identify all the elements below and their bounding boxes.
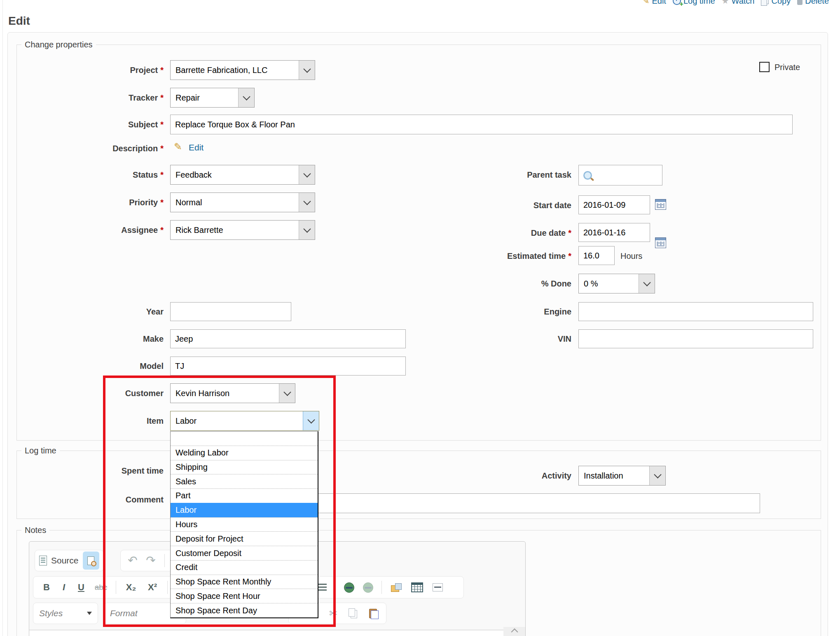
project-label: Project*	[0, 64, 164, 76]
chevron-down-icon	[299, 165, 315, 184]
project-select[interactable]: Barrette Fabrication, LLC	[170, 60, 315, 80]
toolbar-collapse-button[interactable]	[503, 627, 525, 636]
undo-button[interactable]: ↶	[125, 555, 140, 566]
private-checkbox[interactable]	[759, 62, 770, 72]
item-dropdown-option[interactable]	[171, 432, 318, 446]
spent-time-label: Spent time	[0, 465, 164, 476]
clipboard-icon	[369, 609, 377, 618]
contextual-link-label: Copy	[771, 0, 791, 6]
start-date-input[interactable]: 2016-01-09	[578, 195, 650, 214]
make-label: Make	[0, 333, 164, 345]
image-button[interactable]	[387, 583, 406, 592]
contextual-toolbar: ✎EditLog time★WatchCopyDelete	[643, 0, 829, 7]
chevron-down-icon	[299, 61, 315, 80]
chevron-down-icon	[303, 411, 319, 430]
project-select-value: Barrette Fabrication, LLC	[171, 61, 299, 80]
activity-label: Activity	[371, 470, 571, 481]
redo-button[interactable]: ↷	[143, 555, 159, 566]
activity-select[interactable]: Installation	[578, 466, 666, 486]
log-time-link[interactable]: Log time	[673, 0, 715, 6]
vin-input[interactable]	[578, 329, 813, 348]
comment-label: Comment	[0, 494, 164, 505]
item-dropdown-option[interactable]: Welding Labor	[171, 446, 318, 460]
status-select[interactable]: Feedback	[170, 165, 315, 185]
engine-input[interactable]	[578, 302, 813, 321]
paste-button[interactable]	[365, 609, 381, 618]
copy-link[interactable]: Copy	[761, 0, 791, 6]
trash-icon	[797, 0, 803, 5]
pencil-icon: ✎	[174, 142, 182, 152]
styles-dropdown[interactable]: Styles	[33, 603, 98, 624]
toolbar-separator	[381, 581, 382, 594]
toolbar-separator	[164, 554, 165, 567]
underline-button[interactable]: U	[73, 582, 89, 593]
notes-editor-content[interactable]	[29, 630, 503, 636]
assignee-select-value: Rick Barrette	[171, 221, 299, 239]
required-mark: *	[160, 66, 164, 75]
table-icon	[411, 582, 423, 592]
item-dropdown-option[interactable]: Part	[171, 488, 318, 503]
model-input[interactable]: TJ	[170, 357, 406, 375]
chevron-down-icon	[299, 221, 315, 239]
bold-button[interactable]: B	[38, 582, 55, 593]
required-mark: *	[160, 198, 164, 207]
customer-select[interactable]: Kevin Harrison	[170, 383, 295, 403]
item-dropdown-option[interactable]: Shop Space Rent Hour	[171, 589, 318, 603]
preview-button[interactable]	[83, 552, 99, 570]
subscript-button[interactable]: X₂	[121, 582, 141, 593]
engine-label: Engine	[371, 306, 571, 317]
redo-icon: ↷	[146, 555, 155, 566]
toolbar-separator	[116, 581, 116, 594]
subject-label: Subject*	[0, 119, 164, 130]
calendar-icon[interactable]	[655, 237, 666, 248]
parent-task-input[interactable]	[578, 165, 662, 185]
item-dropdown-option[interactable]: Customer Deposit	[171, 546, 318, 560]
search-icon	[583, 171, 592, 180]
pencil-icon: ✎	[643, 0, 650, 6]
source-button[interactable]: Source	[51, 556, 79, 566]
delete-link[interactable]: Delete	[797, 0, 829, 6]
chevron-down-icon	[279, 384, 295, 403]
link-button[interactable]	[340, 582, 358, 593]
item-dropdown-option[interactable]: Hours	[171, 517, 318, 532]
item-select[interactable]: Labor	[170, 411, 319, 431]
priority-label: Priority*	[0, 197, 164, 208]
item-dropdown-option[interactable]: Deposit for Project	[171, 531, 318, 546]
required-mark: *	[568, 228, 571, 237]
make-input-value: Jeep	[175, 334, 193, 344]
unlink-button[interactable]	[359, 582, 377, 593]
contextual-link-label: Edit	[652, 0, 666, 6]
copy-pages-icon	[349, 608, 355, 617]
caret-down-icon	[87, 612, 92, 615]
assignee-select[interactable]: Rick Barrette	[170, 220, 315, 240]
item-dropdown-option[interactable]: Credit	[171, 560, 318, 575]
estimated-time-suffix: Hours	[620, 250, 670, 262]
watch-link[interactable]: ★Watch	[722, 0, 755, 6]
calendar-icon[interactable]	[655, 199, 666, 210]
horizontal-rule-button[interactable]	[428, 583, 447, 591]
log-time-legend: Log time	[21, 445, 60, 456]
item-dropdown-option[interactable]: Shop Space Rent Day	[171, 603, 318, 617]
cut-button[interactable]: ✂	[325, 608, 342, 619]
vin-label: VIN	[371, 333, 571, 345]
item-dropdown-option[interactable]: Labor	[171, 503, 318, 517]
item-dropdown-option[interactable]: Shop Space Rent Monthly	[171, 575, 318, 589]
estimated-time-input[interactable]: 16.0	[578, 246, 615, 265]
tracker-label: Tracker*	[0, 92, 164, 103]
year-input[interactable]	[170, 302, 291, 321]
superscript-button[interactable]: X²	[143, 582, 162, 593]
strikethrough-button[interactable]: abc	[91, 583, 111, 592]
item-dropdown-option[interactable]: Shipping	[171, 460, 318, 474]
italic-button[interactable]: I	[56, 582, 71, 593]
item-dropdown-option[interactable]: Sales	[171, 474, 318, 488]
description-edit-link[interactable]: Edit	[189, 143, 204, 153]
edit-link[interactable]: ✎Edit	[643, 0, 666, 6]
tracker-select[interactable]: Repair	[170, 88, 255, 108]
percent-done-select[interactable]: 0 %	[578, 274, 655, 293]
table-button[interactable]	[407, 582, 426, 592]
priority-select[interactable]: Normal	[170, 192, 315, 212]
subject-input[interactable]: Replace Torque Box & Floor Pan	[170, 115, 793, 134]
copy-button[interactable]	[345, 608, 361, 618]
item-label: Item	[0, 415, 164, 427]
due-date-input[interactable]: 2016-01-16	[578, 223, 650, 242]
